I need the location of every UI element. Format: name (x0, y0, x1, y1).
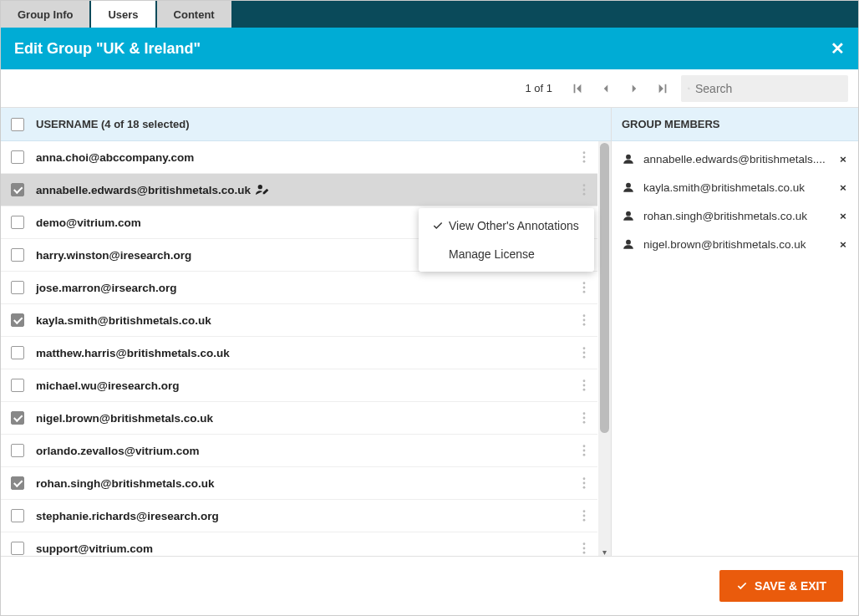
user-row[interactable]: annabelle.edwards@britishmetals.co.uk (1, 174, 597, 206)
svg-point-3 (583, 156, 586, 159)
row-menu-button[interactable] (577, 304, 591, 336)
scrollbar[interactable]: ▴ ▾ (598, 141, 611, 556)
select-all-checkbox[interactable] (11, 118, 24, 131)
remove-member-button[interactable]: × (836, 210, 850, 222)
close-icon[interactable]: ✕ (831, 38, 845, 59)
svg-point-20 (583, 323, 586, 326)
user-checkbox[interactable] (11, 509, 24, 522)
member-row: annabelle.edwards@britishmetals....× (620, 145, 850, 173)
user-row[interactable]: matthew.harris@britishmetals.co.uk (1, 337, 597, 369)
row-menu-button[interactable] (577, 402, 591, 434)
row-menu-button[interactable] (577, 272, 591, 303)
members-panel: GROUP MEMBERS annabelle.edwards@britishm… (611, 108, 858, 556)
user-checkbox[interactable] (11, 444, 24, 457)
prev-page-button[interactable] (596, 79, 616, 99)
person-icon (620, 210, 637, 221)
scroll-down-icon[interactable]: ▾ (598, 546, 611, 556)
svg-point-19 (583, 319, 586, 322)
svg-point-7 (583, 189, 586, 191)
user-checkbox[interactable] (11, 346, 24, 359)
svg-point-39 (583, 542, 586, 545)
last-page-button[interactable] (653, 79, 673, 99)
member-name: kayla.smith@britishmetals.co.uk (643, 181, 836, 194)
search-input[interactable] (695, 82, 841, 95)
edit-group-dialog: Group InfoUsersContent Edit Group "UK & … (0, 0, 859, 616)
svg-point-41 (583, 552, 586, 554)
svg-point-42 (626, 155, 631, 160)
kebab-icon (582, 542, 586, 554)
user-checkbox[interactable] (11, 476, 24, 490)
users-panel: USERNAME (4 of 18 selected) anna.choi@ab… (1, 108, 611, 556)
user-row[interactable]: orlando.zevallos@vitrium.com (1, 435, 597, 467)
user-checkbox[interactable] (11, 216, 24, 229)
svg-point-4 (583, 160, 586, 163)
person-icon (620, 181, 637, 193)
user-checkbox[interactable] (11, 183, 24, 196)
tab-content[interactable]: Content (157, 1, 231, 28)
members-header-label: GROUP MEMBERS (622, 118, 720, 130)
user-row[interactable]: anna.choi@abccompany.com (1, 141, 597, 174)
user-row[interactable]: support@vitrium.com (1, 532, 597, 556)
user-row[interactable]: rohan.singh@britishmetals.co.uk (1, 467, 597, 500)
toolbar: 1 of 1 (1, 69, 858, 108)
first-page-button[interactable] (567, 79, 587, 99)
user-row[interactable]: stephanie.richards@iresearch.org (1, 500, 597, 532)
svg-line-1 (689, 89, 690, 89)
tab-users[interactable]: Users (91, 1, 155, 28)
users-column-header: USERNAME (4 of 18 selected) (1, 108, 611, 141)
check-icon (429, 220, 447, 232)
user-name: nigel.brown@britishmetals.co.uk (36, 412, 213, 425)
remove-member-button[interactable]: × (836, 153, 850, 165)
kebab-icon (582, 184, 586, 196)
title-bar: Edit Group "UK & Ireland" ✕ (1, 28, 858, 69)
page-indicator: 1 of 1 (525, 82, 552, 94)
svg-point-32 (583, 454, 586, 456)
svg-point-34 (583, 482, 586, 485)
user-row[interactable]: kayla.smith@britishmetals.co.uk (1, 304, 597, 337)
user-row[interactable]: nigel.brown@britishmetals.co.uk (1, 402, 597, 435)
svg-point-40 (583, 547, 586, 550)
svg-point-17 (583, 291, 586, 293)
context-menu-item[interactable]: Manage License (419, 240, 594, 268)
context-menu-item[interactable]: View Other's Annotations (419, 211, 594, 240)
user-checkbox[interactable] (11, 542, 24, 555)
kebab-icon (582, 510, 586, 522)
remove-member-button[interactable]: × (836, 238, 850, 251)
svg-point-33 (583, 477, 586, 480)
person-icon (620, 238, 637, 250)
svg-point-8 (583, 193, 586, 196)
svg-point-22 (583, 352, 586, 354)
user-checkbox[interactable] (11, 379, 24, 392)
context-menu: View Other's AnnotationsManage License (419, 208, 594, 272)
row-menu-button[interactable] (577, 500, 591, 532)
user-checkbox[interactable] (11, 281, 24, 294)
user-checkbox[interactable] (11, 411, 24, 425)
svg-point-31 (583, 450, 586, 452)
svg-point-18 (583, 314, 586, 317)
svg-point-44 (626, 211, 631, 216)
user-row[interactable]: michael.wu@iresearch.org (1, 369, 597, 402)
svg-point-6 (583, 184, 586, 186)
row-menu-button[interactable] (577, 532, 591, 556)
search-box[interactable] (681, 75, 848, 102)
scroll-thumb[interactable] (600, 143, 609, 433)
save-exit-button[interactable]: SAVE & EXIT (719, 570, 843, 602)
user-checkbox[interactable] (11, 313, 24, 327)
row-menu-button[interactable] (577, 337, 591, 369)
user-checkbox[interactable] (11, 248, 24, 262)
row-menu-button[interactable] (577, 435, 591, 466)
svg-point-5 (258, 185, 262, 189)
svg-point-28 (583, 417, 586, 420)
row-menu-button[interactable] (577, 141, 591, 173)
remove-member-button[interactable]: × (836, 181, 850, 194)
row-menu-button[interactable] (577, 369, 591, 401)
member-row: rohan.singh@britishmetals.co.uk× (620, 201, 850, 230)
user-row[interactable]: jose.marron@irsearch.org (1, 272, 597, 304)
row-menu-button[interactable] (577, 467, 591, 499)
tab-group-info[interactable]: Group Info (1, 1, 89, 28)
member-row: nigel.brown@britishmetals.co.uk× (620, 230, 850, 258)
user-name: support@vitrium.com (36, 542, 153, 555)
user-checkbox[interactable] (11, 150, 24, 164)
row-menu-button[interactable] (577, 174, 591, 206)
next-page-button[interactable] (624, 79, 644, 99)
